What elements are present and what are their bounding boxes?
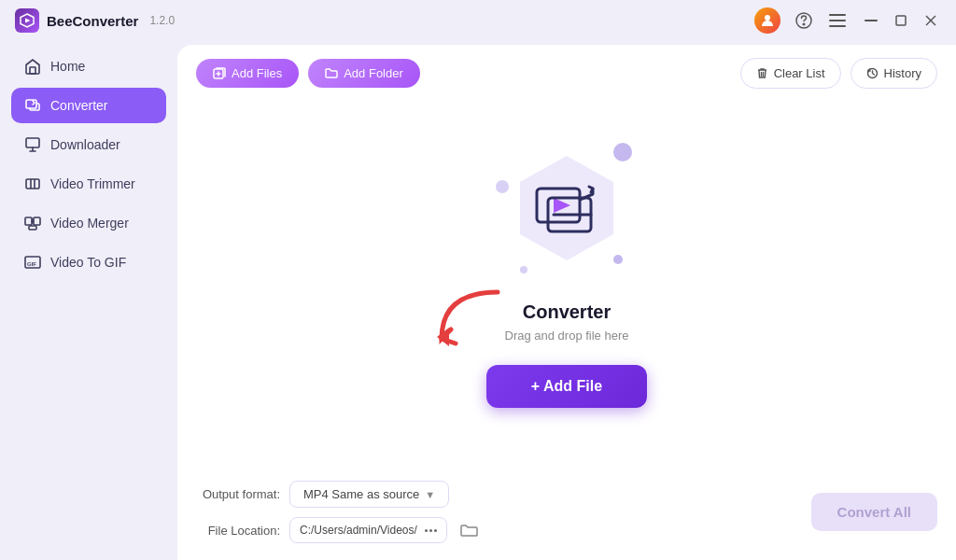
downloader-icon [24,136,41,153]
browse-folder-button[interactable] [457,517,483,543]
app-version: 1.2.0 [149,14,175,27]
svg-rect-14 [26,138,39,147]
file-location-input[interactable]: C:/Users/admin/Videos/ [289,517,447,543]
gif-icon: GIF [24,254,41,271]
svg-point-4 [803,23,805,25]
chevron-down-icon: ▼ [425,489,435,500]
svg-rect-6 [829,20,846,21]
svg-rect-13 [26,100,36,108]
file-location-row: File Location: C:/Users/admin/Videos/ [196,517,483,543]
add-files-label: Add Files [232,66,282,80]
window-controls [861,10,941,31]
decoration-dot-4 [520,266,527,273]
svg-rect-18 [25,217,32,225]
content-area: Add Files Add Folder Clear List [177,45,956,560]
convert-all-button[interactable]: Convert All [811,493,937,531]
main-layout: Home Converter Downloader [0,41,956,560]
sidebar: Home Converter Downloader [0,41,177,560]
add-folder-label: Add Folder [344,66,403,80]
svg-rect-15 [26,179,39,189]
svg-text:GIF: GIF [27,261,36,267]
sidebar-converter-label: Converter [50,98,107,113]
dropzone: Converter Drag and drop file here + Add … [177,102,956,468]
convert-all-label: Convert All [837,504,911,520]
svg-point-2 [765,15,770,21]
titlebar-right [754,7,941,34]
converter-icon [24,97,41,114]
arrow-decoration [423,283,516,361]
output-format-select[interactable]: MP4 Same as source ▼ [289,481,449,508]
sidebar-item-video-trimmer[interactable]: Video Trimmer [11,166,166,202]
svg-marker-1 [25,19,31,23]
toolbar: Add Files Add Folder Clear List [177,45,956,102]
output-format-label: Output format: [196,487,280,501]
home-icon [24,58,41,75]
help-button[interactable] [794,10,814,31]
add-file-label: + Add File [531,378,602,395]
output-format-row: Output format: MP4 Same as source ▼ [196,481,483,508]
sidebar-gif-label: Video To GIF [50,255,126,270]
sidebar-item-home[interactable]: Home [11,49,166,84]
app-name: BeeConverter [47,13,138,29]
app-logo [15,8,39,33]
clear-list-button[interactable]: Clear List [740,58,841,89]
dropzone-subtitle: Drag and drop file here [505,329,629,343]
profile-button[interactable] [754,7,780,34]
sidebar-home-label: Home [50,59,85,74]
clear-list-label: Clear List [774,66,825,80]
merger-icon [24,215,41,231]
sidebar-merger-label: Video Merger [50,216,129,231]
sidebar-item-converter[interactable]: Converter [11,88,166,123]
file-location-label: File Location: [196,524,280,538]
decoration-dot-2 [496,180,509,193]
footer-settings: Output format: MP4 Same as source ▼ File… [196,481,483,543]
decoration-dot-1 [613,143,632,161]
svg-rect-5 [829,14,846,16]
file-location-value: C:/Users/admin/Videos/ [300,524,417,537]
toolbar-left: Add Files Add Folder [196,59,420,88]
trimmer-icon [24,175,41,192]
svg-rect-12 [30,67,35,74]
sidebar-trimmer-label: Video Trimmer [50,176,135,191]
dropzone-title: Converter [523,301,611,323]
sidebar-downloader-label: Downloader [50,137,120,152]
svg-rect-7 [829,25,846,27]
svg-rect-9 [896,16,906,25]
more-options-icon[interactable] [425,529,437,532]
history-label: History [884,66,921,80]
add-folder-button[interactable]: Add Folder [308,59,420,88]
history-button[interactable]: History [851,58,937,89]
toolbar-right: Clear List History [740,58,937,89]
sidebar-item-video-to-gif[interactable]: GIF Video To GIF [11,245,166,280]
svg-marker-29 [554,198,570,213]
add-file-button[interactable]: + Add File [486,365,647,408]
sidebar-item-video-merger[interactable]: Video Merger [11,205,166,241]
menu-button[interactable] [827,10,848,31]
output-format-value: MP4 Same as source [303,487,419,501]
sidebar-item-downloader[interactable]: Downloader [11,127,166,162]
svg-rect-8 [865,20,878,21]
decoration-dot-3 [613,255,623,264]
svg-rect-19 [34,217,40,225]
maximize-button[interactable] [891,10,911,31]
titlebar: BeeConverter 1.2.0 [0,0,956,41]
video-convert-icon [533,181,600,235]
titlebar-left: BeeConverter 1.2.0 [15,8,175,33]
hex-area [492,133,641,283]
minimize-button[interactable] [861,10,881,31]
svg-rect-20 [29,226,36,230]
close-button[interactable] [921,10,941,31]
add-files-button[interactable]: Add Files [196,59,299,88]
footer: Output format: MP4 Same as source ▼ File… [177,468,956,560]
